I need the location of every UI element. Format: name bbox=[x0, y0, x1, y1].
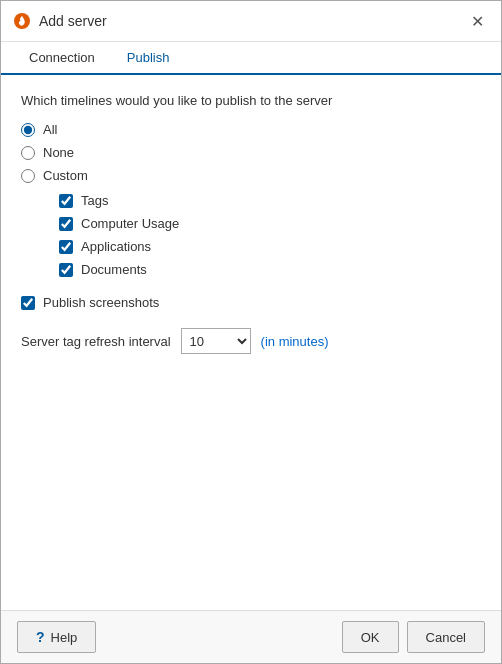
help-button[interactable]: ? Help bbox=[17, 621, 96, 653]
checkbox-tags-label: Tags bbox=[81, 193, 108, 208]
content-area: Which timelines would you like to publis… bbox=[1, 75, 501, 610]
radio-all-label: All bbox=[43, 122, 57, 137]
custom-checkbox-group: Tags Computer Usage Applications Documen… bbox=[59, 193, 481, 277]
radio-none-input[interactable] bbox=[21, 146, 35, 160]
radio-none-label: None bbox=[43, 145, 74, 160]
help-label: Help bbox=[51, 630, 78, 645]
publish-screenshots-label: Publish screenshots bbox=[43, 295, 159, 310]
ok-button[interactable]: OK bbox=[342, 621, 399, 653]
tab-connection[interactable]: Connection bbox=[13, 42, 111, 75]
checkbox-tags[interactable]: Tags bbox=[59, 193, 481, 208]
close-button[interactable]: ✕ bbox=[465, 9, 489, 33]
publish-screenshots-checkbox[interactable] bbox=[21, 296, 35, 310]
refresh-interval-select[interactable]: 5 10 15 30 60 bbox=[181, 328, 251, 354]
in-minutes-label: (in minutes) bbox=[261, 334, 329, 349]
title-bar-left: Add server bbox=[13, 12, 107, 30]
checkbox-computer-usage-label: Computer Usage bbox=[81, 216, 179, 231]
checkbox-applications[interactable]: Applications bbox=[59, 239, 481, 254]
radio-all-input[interactable] bbox=[21, 123, 35, 137]
checkbox-documents[interactable]: Documents bbox=[59, 262, 481, 277]
question-label: Which timelines would you like to publis… bbox=[21, 93, 481, 108]
checkbox-tags-input[interactable] bbox=[59, 194, 73, 208]
cancel-button[interactable]: Cancel bbox=[407, 621, 485, 653]
title-bar: Add server ✕ bbox=[1, 1, 501, 42]
radio-custom-input[interactable] bbox=[21, 169, 35, 183]
tab-publish[interactable]: Publish bbox=[111, 42, 186, 75]
checkbox-documents-input[interactable] bbox=[59, 263, 73, 277]
help-icon: ? bbox=[36, 629, 45, 645]
timeline-radio-group: All None Custom bbox=[21, 122, 481, 183]
radio-custom-label: Custom bbox=[43, 168, 88, 183]
add-server-dialog: Add server ✕ Connection Publish Which ti… bbox=[0, 0, 502, 664]
tab-bar: Connection Publish bbox=[1, 42, 501, 75]
radio-all[interactable]: All bbox=[21, 122, 481, 137]
footer-left: ? Help bbox=[17, 621, 96, 653]
app-icon bbox=[13, 12, 31, 30]
radio-none[interactable]: None bbox=[21, 145, 481, 160]
checkbox-applications-input[interactable] bbox=[59, 240, 73, 254]
refresh-interval-label: Server tag refresh interval bbox=[21, 334, 171, 349]
dialog-title: Add server bbox=[39, 13, 107, 29]
checkbox-computer-usage[interactable]: Computer Usage bbox=[59, 216, 481, 231]
footer: ? Help OK Cancel bbox=[1, 610, 501, 663]
checkbox-computer-usage-input[interactable] bbox=[59, 217, 73, 231]
refresh-interval-row: Server tag refresh interval 5 10 15 30 6… bbox=[21, 328, 481, 354]
footer-right: OK Cancel bbox=[342, 621, 485, 653]
checkbox-documents-label: Documents bbox=[81, 262, 147, 277]
publish-screenshots-row: Publish screenshots bbox=[21, 295, 481, 310]
checkbox-applications-label: Applications bbox=[81, 239, 151, 254]
radio-custom[interactable]: Custom bbox=[21, 168, 481, 183]
